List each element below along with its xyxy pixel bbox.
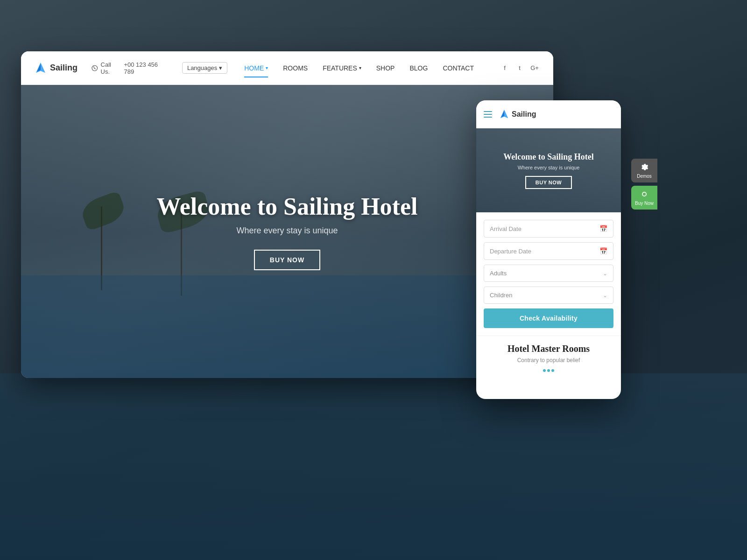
- pool-reflection: [21, 275, 553, 378]
- wave-dot-2: [547, 369, 550, 372]
- phone-icon: [92, 65, 98, 71]
- departure-date-label: Departure Date: [490, 248, 531, 255]
- facebook-icon[interactable]: f: [500, 63, 509, 73]
- children-select[interactable]: Children ⌄: [484, 287, 613, 304]
- nav-item-features[interactable]: FEATURES ▾: [315, 61, 369, 76]
- mobile-booking-form: Arrival Date 📅 Departure Date 📅 Adults ⌄…: [476, 212, 621, 336]
- chevron-down-icon: ▾: [266, 65, 268, 70]
- hero-buy-now-button[interactable]: BUY NOW: [254, 250, 320, 270]
- language-button[interactable]: Languages ▾: [182, 62, 227, 74]
- mobile-sail-icon: [500, 109, 509, 120]
- mobile-logo-text: Sailing: [512, 110, 536, 119]
- mobile-mockup: Sailing Welcome to Sailing Hotel Where e…: [476, 100, 621, 399]
- mobile-rooms-section: Hotel Master Rooms Contrary to popular b…: [476, 336, 621, 379]
- phone-label: Call Us.: [101, 61, 121, 75]
- hero-subtitle: Where every stay is unique: [157, 226, 418, 236]
- twitter-icon[interactable]: t: [515, 63, 524, 73]
- sail-icon: [35, 62, 46, 75]
- departure-date-input[interactable]: Departure Date 📅: [484, 242, 613, 260]
- googleplus-icon[interactable]: G+: [530, 63, 539, 73]
- chevron-down-icon: ▾: [219, 64, 222, 71]
- calendar-icon: 📅: [599, 225, 607, 232]
- lang-label: Languages: [187, 64, 217, 71]
- logo-text: Sailing: [50, 63, 78, 73]
- arrival-date-input[interactable]: Arrival Date 📅: [484, 220, 613, 238]
- hamburger-line-1: [484, 111, 492, 112]
- demos-button[interactable]: Demos: [631, 159, 657, 182]
- social-icons: f t G+: [500, 63, 539, 73]
- hero-title: Welcome to Sailing Hotel: [157, 193, 418, 220]
- phone-area: Call Us. +00 123 456 789: [92, 61, 168, 75]
- chevron-down-icon: ▾: [359, 65, 361, 70]
- leaf-icon: [640, 189, 649, 199]
- nav-item-shop[interactable]: SHOP: [369, 61, 402, 76]
- desktop-mockup: Sailing Call Us. +00 123 456 789 Languag…: [21, 51, 553, 378]
- buy-now-side-button[interactable]: Buy Now: [631, 186, 657, 210]
- hamburger-menu[interactable]: [484, 111, 492, 118]
- mobile-header: Sailing: [476, 100, 621, 128]
- mobile-logo[interactable]: Sailing: [500, 109, 536, 120]
- hamburger-line-3: [484, 117, 492, 118]
- rooms-wave-decoration: [484, 369, 613, 372]
- desktop-hero: Welcome to Sailing Hotel Where every sta…: [21, 85, 553, 378]
- check-availability-button[interactable]: Check Availability: [484, 308, 613, 328]
- rooms-subtitle: Contrary to popular belief: [484, 357, 613, 364]
- children-label: Children: [490, 292, 512, 299]
- gear-icon: [640, 162, 649, 172]
- nav-item-blog[interactable]: BLOG: [402, 61, 435, 76]
- hamburger-line-2: [484, 114, 492, 115]
- mobile-hero-subtitle: Where every stay is unique: [503, 165, 593, 170]
- nav-item-rooms[interactable]: ROOMS: [275, 61, 315, 76]
- buynow-label: Buy Now: [635, 201, 654, 206]
- calendar-icon-2: 📅: [599, 247, 607, 255]
- svg-point-2: [643, 193, 646, 196]
- hero-content: Welcome to Sailing Hotel Where every sta…: [157, 193, 418, 270]
- nav-item-contact[interactable]: CONTACT: [435, 61, 481, 76]
- chevron-down-icon: ⌄: [603, 270, 607, 277]
- mobile-buy-now-button[interactable]: BUY NOW: [525, 176, 572, 189]
- mobile-hero-content: Welcome to Sailing Hotel Where every sta…: [503, 152, 593, 189]
- mobile-hero: Welcome to Sailing Hotel Where every sta…: [476, 128, 621, 212]
- nav-links: HOME ▾ ROOMS FEATURES ▾ SHOP BLOG CONTAC…: [237, 61, 481, 76]
- adults-select[interactable]: Adults ⌄: [484, 265, 613, 282]
- phone-number: +00 123 456 789: [124, 61, 168, 75]
- arrival-date-label: Arrival Date: [490, 225, 521, 232]
- desktop-logo[interactable]: Sailing: [35, 62, 78, 75]
- wave-dot-1: [543, 369, 546, 372]
- adults-label: Adults: [490, 270, 507, 277]
- nav-item-home[interactable]: HOME ▾: [237, 61, 275, 76]
- background-pool: [0, 373, 747, 560]
- mobile-hero-title: Welcome to Sailing Hotel: [503, 152, 593, 162]
- chevron-down-icon-2: ⌄: [603, 292, 607, 299]
- wave-dot-3: [551, 369, 554, 372]
- rooms-title: Hotel Master Rooms: [484, 343, 613, 354]
- desktop-nav: Sailing Call Us. +00 123 456 789 Languag…: [21, 51, 553, 85]
- demos-label: Demos: [637, 174, 652, 179]
